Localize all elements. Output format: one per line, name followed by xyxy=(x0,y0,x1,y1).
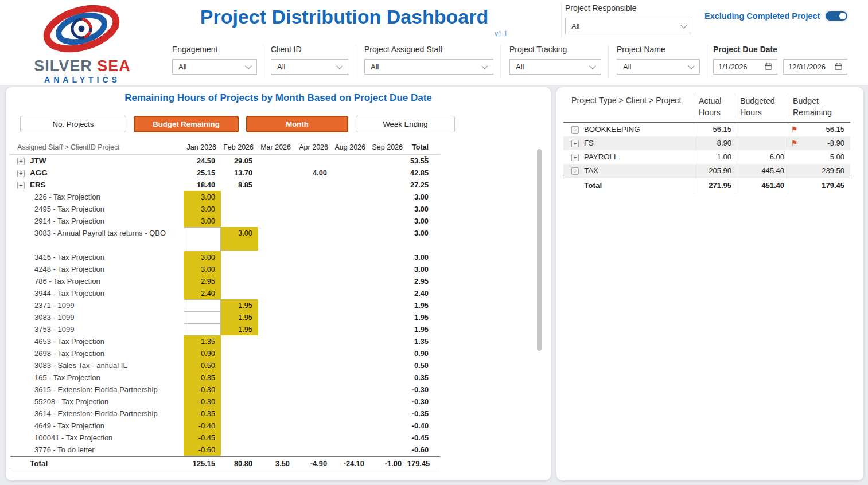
week-ending-button[interactable]: Week Ending xyxy=(356,116,455,132)
matrix-col-header[interactable]: Sep 2026 xyxy=(370,140,407,155)
project-type-row: +PAYROLL1.006.005.00 xyxy=(563,150,850,164)
budget-remaining-value: 5.00 xyxy=(830,152,844,161)
matrix-cell xyxy=(333,347,370,360)
date-value: 1/1/2026 xyxy=(718,62,748,71)
budget-remaining-header[interactable]: Budget Remaining xyxy=(788,93,848,119)
matrix-cell xyxy=(370,396,407,408)
matrix-total-cell: -0.30 xyxy=(407,396,440,408)
matrix-cell xyxy=(258,396,295,408)
matrix-item-row: 3614 - Extension: Florida Partnership-0.… xyxy=(10,408,440,420)
row-label-text: 2698 - Tax Projection xyxy=(34,349,104,358)
matrix-cell xyxy=(295,299,333,312)
matrix-row-label: 2371 - 1099 xyxy=(10,299,184,312)
due-date-to-input[interactable]: 12/31/2026 xyxy=(783,59,847,75)
matrix-item-row: 3776 - To do letter-0.60-0.60 xyxy=(10,444,440,456)
matrix-group-row: +JTW24.5029.0553.55 xyxy=(10,155,440,167)
matrix-cell xyxy=(295,420,333,432)
matrix-col-header[interactable]: Apr 2026 xyxy=(295,140,333,155)
engagement-dropdown[interactable]: All xyxy=(172,59,257,75)
matrix-cell xyxy=(258,167,295,179)
matrix-col-header[interactable]: Feb 2026 xyxy=(221,140,258,155)
dropdown-value: All xyxy=(571,22,579,30)
actual-hours-header[interactable]: Actual Hours xyxy=(694,93,735,119)
project-type-name: +TAX xyxy=(563,164,694,178)
matrix-cell xyxy=(258,408,295,420)
budget-remaining-total: 179.45 xyxy=(788,178,848,193)
budget-remaining-button[interactable]: Budget Remaining xyxy=(134,116,239,132)
due-date-from-input[interactable]: 1/1/2026 xyxy=(713,59,777,75)
matrix-col-header[interactable]: Jan 2026 xyxy=(184,140,221,155)
matrix-cell xyxy=(333,203,370,216)
matrix-total-cell: 3.00 xyxy=(407,227,440,251)
matrix-cell xyxy=(370,323,407,336)
month-button[interactable]: Month xyxy=(246,116,348,132)
matrix-item-row: 226 - Tax Projection3.003.00 xyxy=(10,191,440,203)
client-id-dropdown[interactable]: All xyxy=(271,59,348,75)
row-label-text: 3083 - 1099 xyxy=(34,313,74,322)
expand-icon[interactable]: + xyxy=(571,140,579,147)
expand-icon[interactable]: + xyxy=(571,154,579,161)
matrix-cell xyxy=(258,191,295,204)
matrix-cell xyxy=(184,227,221,251)
matrix-cell xyxy=(221,203,258,216)
collapse-icon[interactable]: − xyxy=(17,182,25,189)
matrix-row-label: 3615 - Extension: Florida Partnership xyxy=(10,384,184,396)
project-tracking-dropdown[interactable]: All xyxy=(509,59,601,75)
logo-subtitle: ANALYTICS xyxy=(21,75,144,84)
dropdown-value: All xyxy=(371,62,379,71)
matrix-total-cell: 1.35 xyxy=(407,335,440,348)
project-assigned-staff-dropdown[interactable]: All xyxy=(364,59,493,75)
matrix-total-row: Total125.1580.803.50-4.90-24.10-1.00179.… xyxy=(10,456,440,470)
matrix-col-header-total[interactable]: Total ▼ xyxy=(407,140,440,155)
matrix-cell: 2.40 xyxy=(184,287,221,300)
matrix-cell xyxy=(370,191,407,204)
budget-remaining-cell: ⚑-8.90 xyxy=(788,136,848,150)
client-id-filter: Client ID All xyxy=(271,45,348,75)
matrix-cell xyxy=(333,311,370,324)
expand-icon[interactable]: + xyxy=(17,158,25,165)
view-buttons: No. Projects Budget Remaining Month Week… xyxy=(20,116,455,132)
vertical-scrollbar[interactable] xyxy=(537,149,542,351)
actual-hours-total: 271.95 xyxy=(694,178,735,193)
expand-icon[interactable]: + xyxy=(17,170,25,177)
matrix-item-row: 3416 - Tax Projection3.003.00 xyxy=(10,251,440,263)
no-projects-button[interactable]: No. Projects xyxy=(20,116,126,132)
matrix-col-header[interactable]: Mar 2026 xyxy=(258,140,295,155)
matrix-cell xyxy=(221,287,258,300)
matrix-cell xyxy=(370,155,407,167)
project-name-dropdown[interactable]: All xyxy=(617,59,700,75)
matrix-total-label: Total xyxy=(10,457,184,470)
matrix-cell xyxy=(370,335,407,348)
matrix-cell: 18.40 xyxy=(184,179,221,191)
matrix-col-header[interactable]: Aug 2026 xyxy=(333,140,370,155)
matrix-cell xyxy=(370,347,407,360)
matrix-cell xyxy=(370,167,407,179)
matrix-header: Assigned Staff > ClientID Project Jan 20… xyxy=(10,140,440,155)
expand-icon[interactable]: + xyxy=(571,167,579,175)
matrix-cell: -0.45 xyxy=(184,432,221,444)
matrix-cell xyxy=(258,432,295,444)
matrix-cell xyxy=(258,299,295,312)
matrix-cell xyxy=(258,371,295,384)
matrix-item-row: 2914 - Tax Projection3.003.00 xyxy=(10,215,440,227)
expand-icon[interactable]: + xyxy=(571,126,579,134)
matrix-cell xyxy=(258,263,295,276)
project-responsible-dropdown[interactable]: All xyxy=(565,18,692,34)
matrix-row-label: +AGG xyxy=(10,167,184,179)
matrix-cell: 3.50 xyxy=(258,457,295,470)
matrix-cell xyxy=(221,263,258,276)
matrix-cell xyxy=(295,384,333,396)
matrix-cell xyxy=(370,444,407,456)
budgeted-hours-header[interactable]: Budgeted Hours xyxy=(735,93,788,119)
matrix-cell xyxy=(333,396,370,408)
matrix-cell xyxy=(295,203,333,216)
matrix-cell: 3.00 xyxy=(184,263,221,276)
matrix-row-label: 165 - Tax Projection xyxy=(10,371,184,384)
matrix-item-row: 165 - Tax Projection0.350.35 xyxy=(10,371,440,384)
excluding-completed-toggle[interactable] xyxy=(826,11,847,21)
filter-label: Project Name xyxy=(617,45,700,54)
matrix-cell xyxy=(295,251,333,264)
matrix-cell xyxy=(258,251,295,264)
matrix-cell xyxy=(333,227,370,251)
project-tracking-filter: Project Tracking All xyxy=(509,45,601,75)
